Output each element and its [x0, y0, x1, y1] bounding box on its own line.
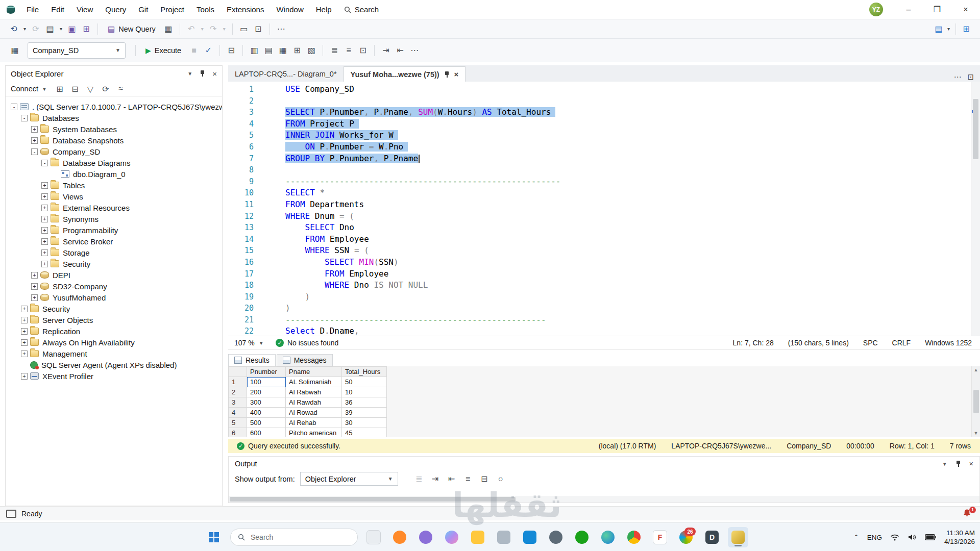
- close-panel-icon[interactable]: ×: [969, 460, 973, 468]
- taskbar-app-copilot[interactable]: [442, 527, 462, 547]
- tab-diagram[interactable]: LAPTOP-CRQ5...- Diagram_0*: [228, 66, 344, 82]
- tree-item[interactable]: +Security: [6, 258, 222, 269]
- output-hscroll-thumb[interactable]: [230, 497, 516, 502]
- column-header-total_hours[interactable]: Total_Hours: [342, 367, 387, 377]
- intellisense-enabled-icon[interactable]: ⊟: [225, 44, 238, 57]
- encoding[interactable]: Windows 1252: [925, 339, 972, 347]
- results-scrollbar[interactable]: ▲ ▼: [971, 366, 980, 437]
- tab-messages[interactable]: Messages: [277, 354, 333, 366]
- expand-icon[interactable]: +: [21, 306, 28, 312]
- taskbar-app-photos[interactable]: 26: [676, 527, 696, 547]
- execute-button[interactable]: ▶ Execute: [140, 43, 186, 58]
- code-line[interactable]: FROM Departments: [285, 199, 970, 211]
- result-cell[interactable]: 100: [247, 377, 286, 387]
- expand-icon[interactable]: +: [41, 216, 48, 222]
- code-line[interactable]: ): [285, 303, 970, 314]
- increase-indent-icon[interactable]: ⇥: [379, 44, 393, 57]
- float-window-icon[interactable]: ⊡: [967, 72, 974, 82]
- menu-edit[interactable]: Edit: [45, 0, 70, 19]
- expand-icon[interactable]: +: [41, 249, 48, 256]
- word-wrap-icon[interactable]: ≡: [461, 472, 475, 486]
- result-cell[interactable]: 39: [342, 408, 387, 418]
- refresh-icon[interactable]: ⟳: [99, 82, 112, 95]
- results-to-file-icon[interactable]: ⊡: [356, 44, 370, 57]
- code-line[interactable]: INNER JOIN Works_for W: [285, 130, 970, 141]
- tree-item[interactable]: -Database Diagrams: [6, 157, 222, 168]
- column-header-pname[interactable]: Pname: [286, 367, 342, 377]
- code-line[interactable]: USE Company_SD: [285, 84, 970, 95]
- tree-item[interactable]: +Security: [6, 303, 222, 314]
- tree-item[interactable]: +XEvent Profiler: [6, 370, 222, 382]
- expand-icon[interactable]: +: [41, 261, 48, 267]
- taskbar-app-teams[interactable]: [415, 527, 436, 547]
- tray-chevron-icon[interactable]: ⌃: [854, 534, 859, 541]
- tree-item[interactable]: +Synonyms: [6, 213, 222, 224]
- previous-message-icon[interactable]: ⇤: [445, 472, 458, 486]
- expand-icon[interactable]: +: [41, 182, 48, 189]
- editor-scrollbar[interactable]: [971, 82, 980, 336]
- copy-window-icon[interactable]: ⊡: [252, 22, 265, 36]
- new-query-button[interactable]: ▤ New Query: [103, 22, 161, 36]
- expand-icon[interactable]: +: [31, 272, 38, 279]
- taskbar-app-azure-data-studio[interactable]: [520, 527, 540, 547]
- collapse-icon[interactable]: -: [11, 104, 17, 110]
- code-line[interactable]: FROM Project P: [285, 118, 970, 130]
- code-line[interactable]: GROUP BY P.Pnumber, P.Pname: [285, 153, 970, 165]
- pin-icon[interactable]: [444, 71, 450, 78]
- scroll-up-icon[interactable]: ▲: [974, 367, 978, 372]
- volume-icon[interactable]: [908, 534, 917, 541]
- tab-query-active[interactable]: Yusuf Moha...wezwe (75)) ×: [344, 66, 466, 82]
- code-line[interactable]: SELECT *: [285, 187, 970, 199]
- close-tab-icon[interactable]: ×: [454, 70, 459, 79]
- decrease-indent-icon[interactable]: ⇤: [394, 44, 407, 57]
- menu-project[interactable]: Project: [154, 0, 190, 19]
- result-cell[interactable]: Al Rehab: [286, 418, 342, 428]
- code-line[interactable]: WHERE Dno IS NOT NULL: [285, 280, 970, 291]
- box-select-icon[interactable]: ▭: [237, 22, 251, 36]
- navigate-backward-icon[interactable]: ⟲: [7, 22, 20, 36]
- expand-icon[interactable]: +: [21, 317, 28, 323]
- result-cell[interactable]: Al Rawdah: [286, 397, 342, 408]
- code-line[interactable]: ----------------------------------------…: [285, 176, 970, 188]
- collapse-icon[interactable]: -: [41, 160, 48, 166]
- toolbar-overflow-icon[interactable]: ⋯: [275, 22, 288, 36]
- scrollbar-thumb[interactable]: [973, 99, 978, 159]
- next-message-icon[interactable]: ⇥: [429, 472, 442, 486]
- language-indicator[interactable]: ENG: [867, 534, 882, 541]
- result-cell[interactable]: Pitcho american: [286, 428, 342, 437]
- row-header[interactable]: 6: [229, 428, 247, 437]
- panel-dropdown-icon[interactable]: ▼: [187, 71, 192, 77]
- window-layout-icon[interactable]: ⊞: [960, 22, 973, 36]
- tree-item[interactable]: +Tables: [6, 180, 222, 191]
- taskbar-app-steam[interactable]: [546, 527, 566, 547]
- taskbar-app-edge[interactable]: [598, 527, 618, 547]
- tree-item[interactable]: +DEPI: [6, 269, 222, 281]
- tab-overflow-icon[interactable]: ⋯: [953, 72, 961, 82]
- taskbar-app-files-app[interactable]: [363, 527, 384, 547]
- expand-icon[interactable]: +: [21, 373, 28, 380]
- menu-git[interactable]: Git: [132, 0, 154, 19]
- result-cell[interactable]: Al Rabwah: [286, 387, 342, 397]
- navigate-history-dropdown[interactable]: ▾: [21, 22, 28, 36]
- menu-extensions[interactable]: Extensions: [220, 0, 270, 19]
- menu-query[interactable]: Query: [99, 0, 132, 19]
- column-header-pnumber[interactable]: Pnumber: [247, 367, 286, 377]
- live-query-stats-icon[interactable]: ▧: [305, 44, 318, 57]
- code-line[interactable]: SELECT Dno: [285, 222, 970, 234]
- filter-icon[interactable]: ▽: [84, 82, 97, 95]
- battery-icon[interactable]: [925, 534, 936, 540]
- result-cell[interactable]: 45: [342, 428, 387, 437]
- menu-search[interactable]: Search: [338, 5, 385, 14]
- result-cell[interactable]: 500: [247, 418, 286, 428]
- tree-item[interactable]: +Management: [6, 348, 222, 359]
- taskbar-app-f-app[interactable]: F: [650, 527, 670, 547]
- clock[interactable]: 11:30 AM 4/13/2026: [944, 529, 975, 546]
- new-file-dropdown[interactable]: ▾: [58, 22, 64, 36]
- notifications-bell[interactable]: 1: [963, 509, 974, 519]
- tree-item[interactable]: +YusufMohamed: [6, 292, 222, 303]
- result-cell[interactable]: 600: [247, 428, 286, 437]
- pin-icon[interactable]: [955, 460, 961, 467]
- results-to-grid-icon[interactable]: ≣: [328, 44, 341, 57]
- registered-servers-icon[interactable]: ▤: [932, 22, 945, 36]
- tree-item[interactable]: +Views: [6, 191, 222, 202]
